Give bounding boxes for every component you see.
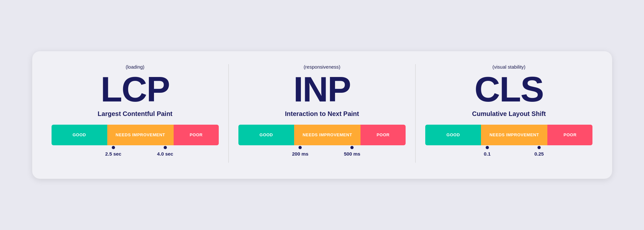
metric-block-inp: (responsiveness)INPInteraction to Next P… <box>238 64 406 163</box>
metric-block-cls: (visual stability)CLSCumulative Layout S… <box>425 64 592 163</box>
cls-markers: 0.10.25 <box>425 146 592 163</box>
lcp-markers: 2.5 sec4.0 sec <box>52 146 219 163</box>
inp-bar-needs: NEEDS IMPROVEMENT <box>294 125 360 145</box>
cls-threshold-0: 0.1 <box>484 146 491 157</box>
lcp-bar-good: GOOD <box>52 125 107 145</box>
inp-subtitle: (responsiveness) <box>303 64 340 70</box>
inp-acronym: INP <box>293 72 351 107</box>
inp-threshold-1: 500 ms <box>344 146 360 157</box>
lcp-threshold-1: 4.0 sec <box>157 146 173 157</box>
inp-full-name: Interaction to Next Paint <box>285 110 359 118</box>
lcp-acronym: LCP <box>101 72 169 107</box>
lcp-subtitle: (loading) <box>126 64 144 70</box>
metric-block-lcp: (loading)LCPLargest Contentful PaintGOOD… <box>52 64 219 163</box>
lcp-threshold-0: 2.5 sec <box>105 146 121 157</box>
cls-threshold-1: 0.25 <box>534 146 544 157</box>
cls-acronym: CLS <box>475 72 543 107</box>
lcp-full-name: Largest Contentful Paint <box>98 110 172 118</box>
cls-threshold-label-1: 0.25 <box>534 151 544 157</box>
lcp-threshold-dot-0 <box>112 146 115 149</box>
lcp-bar: GOODNEEDS IMPROVEMENTPOOR <box>52 125 219 145</box>
inp-threshold-label-0: 200 ms <box>292 151 309 157</box>
lcp-threshold-dot-1 <box>164 146 167 149</box>
divider-0 <box>228 64 229 163</box>
cls-bar: GOODNEEDS IMPROVEMENTPOOR <box>425 125 592 145</box>
cls-full-name: Cumulative Layout Shift <box>472 110 546 118</box>
cls-bar-poor: POOR <box>547 125 592 145</box>
cls-threshold-dot-0 <box>485 146 489 149</box>
lcp-bar-needs: NEEDS IMPROVEMENT <box>107 125 174 145</box>
main-card: (loading)LCPLargest Contentful PaintGOOD… <box>32 51 612 179</box>
cls-threshold-label-0: 0.1 <box>484 151 491 157</box>
inp-threshold-dot-0 <box>299 146 302 149</box>
cls-threshold-dot-1 <box>537 146 541 149</box>
inp-bar-good: GOOD <box>238 125 294 145</box>
divider-1 <box>415 64 416 163</box>
lcp-threshold-label-0: 2.5 sec <box>105 151 121 157</box>
inp-threshold-label-1: 500 ms <box>344 151 360 157</box>
lcp-bar-poor: POOR <box>174 125 219 145</box>
inp-markers: 200 ms500 ms <box>238 146 406 163</box>
inp-bar-poor: POOR <box>360 125 406 145</box>
inp-bar: GOODNEEDS IMPROVEMENTPOOR <box>238 125 406 145</box>
cls-bar-needs: NEEDS IMPROVEMENT <box>481 125 547 145</box>
cls-subtitle: (visual stability) <box>493 64 526 70</box>
lcp-threshold-label-1: 4.0 sec <box>157 151 173 157</box>
inp-threshold-0: 200 ms <box>292 146 309 157</box>
cls-bar-good: GOOD <box>425 125 481 145</box>
inp-threshold-dot-1 <box>351 146 354 149</box>
